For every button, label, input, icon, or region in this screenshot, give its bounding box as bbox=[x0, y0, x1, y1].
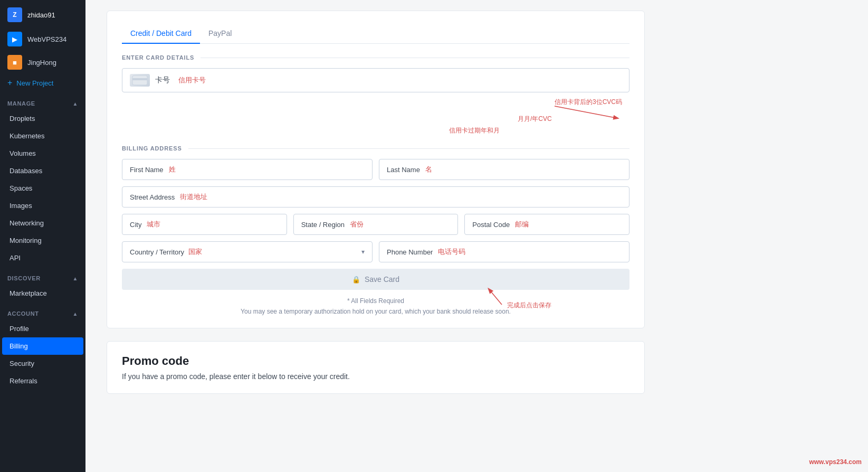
city-state-postal-row: City 城市 State / Region 省份 Postal Code 邮编 bbox=[122, 214, 629, 235]
state-field[interactable]: State / Region 省份 bbox=[293, 214, 459, 235]
sidebar-item-billing[interactable]: Billing bbox=[2, 337, 83, 355]
country-dropdown-left: Country / Territory 国家 bbox=[130, 247, 202, 257]
country-phone-row: Country / Territory 国家 ▾ Phone Number 电话… bbox=[122, 241, 629, 262]
sidebar-item-profile[interactable]: Profile bbox=[2, 320, 83, 337]
new-project-label: New Project bbox=[16, 79, 53, 87]
street-row: Street Address 街道地址 bbox=[122, 186, 629, 207]
sidebar-item-databases[interactable]: Databases bbox=[2, 162, 83, 180]
tab-paypal[interactable]: PayPal bbox=[200, 24, 240, 44]
manage-section-header: MANAGE ▲ bbox=[0, 92, 85, 110]
sidebar-project-jinghong[interactable]: ■ JingHong bbox=[0, 51, 85, 74]
project-icon-jinghong: ■ bbox=[7, 55, 22, 70]
promo-description: If you have a promo code, please enter i… bbox=[122, 372, 629, 381]
new-project-button[interactable]: + New Project bbox=[0, 74, 85, 92]
save-card-label: Save Card bbox=[365, 275, 399, 284]
country-placeholder: 国家 bbox=[188, 247, 202, 257]
svg-line-2 bbox=[555, 106, 618, 118]
first-name-field[interactable]: First Name 姓 bbox=[122, 159, 373, 180]
promo-title: Promo code bbox=[122, 354, 629, 368]
sidebar-user: Z zhidao91 bbox=[0, 0, 85, 27]
sidebar: Z zhidao91 ▶ WebVPS234 ■ JingHong + New … bbox=[0, 0, 85, 472]
project-name-webvps: WebVPS234 bbox=[27, 35, 66, 43]
sidebar-item-volumes[interactable]: Volumes bbox=[2, 145, 83, 162]
country-label: Country / Territory bbox=[130, 248, 184, 256]
sidebar-item-referrals[interactable]: Referrals bbox=[2, 372, 83, 390]
annotation-expiry-label: 月月/年CVC bbox=[518, 115, 552, 122]
phone-field[interactable]: Phone Number 电话号码 bbox=[379, 241, 629, 262]
annotation-cvc-label: 信用卡背后的3位CVC码 bbox=[555, 98, 622, 106]
payment-tabs: Credit / Debit Card PayPal bbox=[122, 24, 629, 44]
sidebar-item-spaces[interactable]: Spaces bbox=[2, 180, 83, 197]
promo-section: Promo code If you have a promo code, ple… bbox=[107, 341, 645, 394]
manage-chevron: ▲ bbox=[72, 101, 78, 107]
username-label: zhidao91 bbox=[27, 11, 55, 19]
discover-chevron: ▲ bbox=[72, 276, 78, 281]
sidebar-project-webvps[interactable]: ▶ WebVPS234 bbox=[0, 27, 85, 51]
last-name-placeholder: 名 bbox=[425, 165, 432, 174]
annotation-expiry-hint: 信用卡过期年和月 bbox=[449, 127, 500, 134]
account-chevron: ▲ bbox=[72, 311, 78, 317]
svg-rect-1 bbox=[132, 78, 147, 80]
card-number-label: 卡号 bbox=[155, 75, 170, 85]
auth-note: You may see a temporary authorization ho… bbox=[122, 308, 629, 315]
project-icon-webvps: ▶ bbox=[7, 32, 22, 46]
sidebar-item-kubernetes[interactable]: Kubernetes bbox=[2, 127, 83, 145]
project-name-jinghong: JingHong bbox=[27, 59, 56, 67]
city-label: City bbox=[130, 221, 141, 229]
first-name-label: First Name bbox=[130, 166, 164, 174]
sidebar-item-api[interactable]: API bbox=[2, 249, 83, 267]
discover-section-header: DISCOVER ▲ bbox=[0, 267, 85, 285]
sidebar-item-marketplace[interactable]: Marketplace bbox=[2, 285, 83, 302]
avatar: Z bbox=[7, 7, 22, 22]
billing-address-label: BILLING ADDRESS bbox=[122, 145, 629, 152]
first-name-placeholder: 姓 bbox=[169, 165, 176, 174]
state-placeholder: 省份 bbox=[350, 220, 364, 229]
state-label: State / Region bbox=[301, 221, 345, 229]
country-field[interactable]: Country / Territory 国家 ▾ bbox=[122, 241, 373, 262]
city-field[interactable]: City 城市 bbox=[122, 214, 287, 235]
required-text: * All Fields Required bbox=[122, 297, 629, 305]
card-number-field[interactable]: 卡号 信用卡号 bbox=[122, 68, 629, 92]
last-name-field[interactable]: Last Name 名 bbox=[379, 159, 629, 180]
postal-label: Postal Code bbox=[472, 221, 510, 229]
last-name-label: Last Name bbox=[387, 166, 420, 174]
city-placeholder: 城市 bbox=[147, 220, 160, 229]
card-number-placeholder: 信用卡号 bbox=[178, 75, 206, 85]
postal-field[interactable]: Postal Code 邮编 bbox=[464, 214, 629, 235]
sidebar-item-droplets[interactable]: Droplets bbox=[2, 110, 83, 127]
save-card-button[interactable]: 🔒 Save Card bbox=[122, 269, 629, 290]
country-chevron-icon: ▾ bbox=[361, 248, 365, 256]
tab-credit-debit[interactable]: Credit / Debit Card bbox=[122, 24, 200, 44]
account-section-header: ACCOUNT ▲ bbox=[0, 302, 85, 320]
sidebar-item-monitoring[interactable]: Monitoring bbox=[2, 232, 83, 249]
lock-icon: 🔒 bbox=[352, 276, 360, 284]
street-field[interactable]: Street Address 街道地址 bbox=[122, 186, 629, 207]
plus-icon: + bbox=[7, 78, 12, 88]
phone-label: Phone Number bbox=[387, 248, 433, 256]
sidebar-item-security[interactable]: Security bbox=[2, 355, 83, 372]
card-brand-icon bbox=[130, 74, 150, 87]
sidebar-item-images[interactable]: Images bbox=[2, 197, 83, 214]
postal-placeholder: 邮编 bbox=[515, 220, 529, 229]
payment-card: Credit / Debit Card PayPal ENTER CARD DE… bbox=[107, 11, 645, 328]
sidebar-item-networking[interactable]: Networking bbox=[2, 214, 83, 232]
street-placeholder: 街道地址 bbox=[180, 192, 207, 202]
main-content: Credit / Debit Card PayPal ENTER CARD DE… bbox=[85, 0, 868, 472]
phone-placeholder: 电话号码 bbox=[438, 247, 465, 257]
street-label: Street Address bbox=[130, 193, 175, 201]
name-row: First Name 姓 Last Name 名 bbox=[122, 159, 629, 180]
card-details-label: ENTER CARD DETAILS bbox=[122, 54, 629, 61]
